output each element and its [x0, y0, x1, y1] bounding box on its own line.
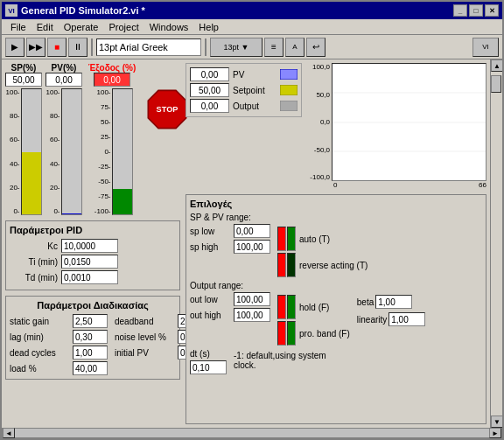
legend-output-input[interactable] — [190, 99, 229, 113]
font-selector[interactable] — [96, 38, 201, 56]
legend-output-label: Output — [233, 101, 276, 111]
proband-row: pro. band (F) — [277, 321, 350, 346]
auto-row: auto (T) — [277, 227, 368, 251]
scroll-up-button[interactable]: ▲ — [491, 59, 502, 72]
process-params-title: Παράμετροι Διαδικασίας — [10, 300, 176, 311]
auto-reverse-group: auto (T) reverse acting (T) — [277, 227, 368, 277]
lag-label: lag (min) — [10, 332, 71, 342]
output-label: Έξοδος (%) — [86, 63, 138, 73]
out-high-label: out high — [190, 311, 232, 320]
td-input[interactable] — [61, 270, 118, 284]
pv-label: PV(%) — [52, 63, 77, 73]
dt-input[interactable] — [190, 360, 227, 374]
static-gain-row: static gain — [10, 314, 108, 328]
stop-sign[interactable]: STOP — [145, 87, 189, 131]
reverse-row: reverse acting (T) — [277, 253, 368, 277]
legend-pv-input[interactable] — [190, 67, 229, 81]
hold-label[interactable]: hold (F) — [299, 303, 329, 312]
chart-row: 100,0 50,0 0,0 -50,0 -100,0 — [307, 63, 486, 181]
chart-legend-area: PV Setpoint Output — [186, 63, 486, 189]
minimize-button[interactable]: _ — [453, 4, 467, 17]
scroll-right-button[interactable]: ► — [489, 428, 501, 438]
out-high-input[interactable] — [234, 308, 270, 322]
legend-setpoint-label: Setpoint — [233, 86, 276, 95]
sp-high-input[interactable] — [234, 240, 270, 254]
load-input[interactable] — [73, 361, 108, 375]
dt-label: dt (s) — [190, 349, 227, 359]
load-label: load % — [10, 364, 71, 374]
sp-low-input[interactable] — [234, 224, 270, 238]
reverse-indicator-dark — [287, 253, 296, 277]
font-size-btn[interactable]: 13pt ▼ — [210, 38, 262, 57]
kc-label: Kc — [10, 241, 58, 251]
sp-low-row: sp low — [190, 224, 270, 238]
abort-button[interactable]: ■ — [47, 38, 66, 57]
out-low-input[interactable] — [234, 292, 270, 306]
beta-label: beta — [357, 297, 374, 307]
legend-pv-label: PV — [233, 70, 276, 80]
reverse-label[interactable]: reverse acting (T) — [299, 261, 368, 270]
td-label: Td (min) — [10, 273, 58, 283]
output-value[interactable]: 0,00 — [94, 73, 130, 87]
output-gauge-fill — [113, 189, 132, 214]
output-gauge-track — [112, 88, 133, 215]
noise-label: noise level % — [115, 332, 176, 342]
menu-project[interactable]: Project — [103, 20, 144, 34]
auto-label[interactable]: auto (T) — [299, 234, 330, 244]
static-gain-input[interactable] — [73, 314, 108, 328]
linearity-label: linearity — [357, 315, 387, 325]
run-continuously-button[interactable]: ▶▶ — [26, 38, 46, 57]
setpoint-indicator — [280, 85, 298, 95]
options-title: Επιλογές — [190, 199, 482, 209]
linearity-input[interactable] — [388, 312, 425, 326]
menu-help[interactable]: Help — [193, 20, 224, 34]
menu-file[interactable]: File — [5, 20, 32, 34]
window-title: General PID Simulator2.vi * — [21, 5, 145, 16]
ti-input[interactable] — [61, 255, 118, 269]
svg-rect-2 — [280, 69, 298, 80]
legend-setpoint-input[interactable] — [190, 83, 229, 97]
initial-pv-label: initial PV — [115, 348, 176, 358]
hold-indicator-green — [287, 295, 296, 319]
scroll-thumb[interactable] — [491, 75, 501, 93]
linearity-row: linearity — [357, 312, 425, 326]
chart-container: 100,0 50,0 0,0 -50,0 -100,0 — [307, 63, 486, 189]
pv-indicator — [280, 69, 298, 80]
vi-icon: VI — [472, 38, 499, 57]
output-indicator — [280, 101, 298, 111]
scroll-left-button[interactable]: ◄ — [3, 428, 15, 438]
legend-area: PV Setpoint Output — [186, 63, 302, 117]
svg-rect-4 — [280, 101, 298, 111]
maximize-button[interactable]: □ — [469, 4, 483, 17]
beta-input[interactable] — [375, 295, 412, 309]
ti-label: Ti (min) — [10, 257, 58, 267]
menu-bar: File Edit Operate Project Windows Help — [2, 19, 502, 35]
undo-btn[interactable]: ↩ — [306, 38, 326, 57]
kc-input[interactable] — [61, 239, 118, 253]
process-params-section: Παράμετροι Διαδικασίας static gain deadb… — [5, 296, 180, 380]
dead-cycles-input[interactable] — [73, 346, 108, 360]
align-btn[interactable]: ≡ — [264, 38, 284, 57]
menu-windows[interactable]: Windows — [144, 20, 194, 34]
menu-edit[interactable]: Edit — [32, 20, 59, 34]
lag-input[interactable] — [73, 330, 108, 344]
proband-label[interactable]: pro. band (F) — [299, 329, 350, 339]
menu-operate[interactable]: Operate — [59, 20, 104, 34]
scroll-down-button[interactable]: ▼ — [491, 416, 502, 428]
dead-cycles-row: dead cycles — [10, 346, 108, 360]
title-bar: VI General PID Simulator2.vi * _ □ ✕ — [2, 2, 502, 19]
sp-gauge-track — [21, 88, 42, 215]
run-button[interactable]: ▶ — [5, 38, 24, 57]
proband-indicator-green — [287, 321, 296, 346]
sp-pv-range-label: SP & PV range: — [190, 213, 270, 222]
pause-button[interactable]: ⏸ — [68, 38, 88, 57]
pv-value[interactable]: 0,00 — [46, 73, 82, 87]
dt-area: dt (s) -1: default,using system clock. — [190, 349, 482, 374]
color-btn[interactable]: A — [285, 38, 304, 57]
main-area: SP(%) 50,00 100-80-60-40-20-0- — [2, 59, 502, 428]
scroll-track — [491, 72, 502, 416]
close-button[interactable]: ✕ — [485, 4, 499, 17]
sp-high-label: sp high — [190, 242, 232, 252]
sp-value[interactable]: 50,00 — [5, 73, 42, 87]
sp-low-label: sp low — [190, 227, 232, 236]
